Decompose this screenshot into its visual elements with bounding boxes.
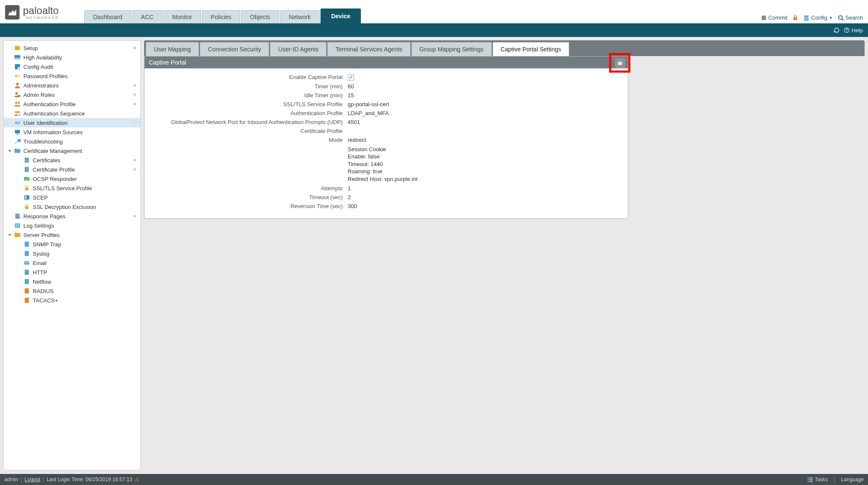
tab-monitor[interactable]: Monitor [163,10,201,23]
radius-icon [23,288,30,294]
search-button[interactable]: Search [838,14,863,21]
server-folder-icon [14,231,21,238]
svg-point-0 [839,15,842,19]
sidebar-item-email[interactable]: Email [4,258,140,268]
svg-rect-32 [24,195,29,200]
svg-rect-53 [808,479,809,480]
sidebar-item-scep[interactable]: SCEP [4,193,140,202]
subtab-group-mapping-settings[interactable]: Group Mapping Settings [411,42,492,56]
sidebar-item-ssl-tls-profile[interactable]: SSL/TLS Service Profile [4,183,140,193]
sidebar-item-ocsp-responder[interactable]: OCSP Responder [4,174,140,183]
sidebar-item-radius[interactable]: RADIUS [4,286,140,296]
config-button[interactable]: Config ▼ [803,14,833,21]
id-card-icon [14,119,21,126]
sidebar-item-certificate-management[interactable]: Certificate Management [4,146,140,155]
tab-device[interactable]: Device [321,8,361,23]
sidebar-item-response-pages[interactable]: Response Pages [4,211,140,221]
main-tab-bar: Dashboard ACC Monitor Policies Objects N… [84,8,362,23]
sidebar: Setup High Availability Config Audit Pas… [3,40,141,471]
users-seq-icon: 123 [14,110,21,117]
sidebar-item-http[interactable]: HTTP [4,268,140,277]
svg-rect-4 [14,58,20,59]
subtab-user-mapping[interactable]: User Mapping [146,42,199,56]
brand-mark-icon [5,5,20,20]
ocsp-icon [23,175,30,182]
last-login-text: Last Login Time: 06/25/2019 18:57:13 [47,477,133,482]
refresh-icon[interactable] [834,27,840,33]
commit-button[interactable]: Commit [761,14,788,21]
svg-rect-45 [24,261,29,265]
sidebar-item-vm-info-sources[interactable]: VM Information Sources [4,127,140,137]
sidebar-item-log-settings[interactable]: Log Settings [4,221,140,230]
tab-policies[interactable]: Policies [202,10,240,23]
lbl-timeout: Timeout (sec) [150,194,348,200]
svg-rect-48 [25,279,29,284]
sidebar-item-config-audit[interactable]: Config Audit [4,62,140,71]
sidebar-item-admin-roles[interactable]: Admin Roles [4,90,140,99]
val-mode: redirect [348,137,366,143]
language-button[interactable]: Language [841,477,864,482]
captive-portal-panel: Captive Portal Enable Captive Portal Tim… [144,56,628,219]
val-session-cookie: Session Cookie Enable: false Timeout: 14… [348,146,417,183]
sidebar-item-ssl-decryption-exclusion[interactable]: SSL Decryption Exclusion [4,202,140,211]
secondary-bar: Help [0,23,868,37]
sidebar-item-administrators[interactable]: Administrators [4,81,140,90]
sidebar-item-password-profiles[interactable]: Password Profiles [4,71,140,81]
sidebar-item-server-profiles[interactable]: Server Profiles [4,230,140,240]
tab-network[interactable]: Network [280,10,320,23]
lbl-gp: GlobalProtect Network Port for Inbound A… [150,119,348,125]
sidebar-item-syslog[interactable]: Syslog [4,249,140,258]
gear-highlight-box [609,53,630,73]
sidebar-item-setup[interactable]: Setup [4,43,140,53]
user-check-icon [14,91,21,98]
sidebar-resize-handle[interactable] [139,256,141,271]
sidebar-item-authentication-sequence[interactable]: 123Authentication Sequence [4,109,140,118]
sidebar-item-certificates[interactable]: Certificates [4,155,140,165]
sidebar-item-certificate-profile[interactable]: Certificate Profile [4,165,140,174]
svg-point-15 [15,111,17,113]
svg-rect-54 [809,479,813,480]
svg-point-16 [18,111,20,113]
sidebar-item-snmp-trap[interactable]: SNMP Trap [4,240,140,249]
panel-title: Captive Portal [149,59,186,66]
val-timeout: 2 [348,194,351,200]
sidebar-item-tacacs[interactable]: TACACS+ [4,296,140,305]
tab-acc[interactable]: ACC [132,10,163,23]
email-icon [23,259,30,266]
lock-icon [792,15,798,21]
sidebar-item-authentication-profile[interactable]: Authentication Profile [4,99,140,109]
brand-subtext: NETWORKS® [23,16,59,20]
svg-rect-56 [809,481,813,482]
server-icon-2 [23,250,30,257]
logout-link[interactable]: Logout [25,477,40,482]
val-timer: 60 [348,83,354,90]
svg-rect-51 [808,477,809,479]
sidebar-item-user-identification[interactable]: User Identification [4,118,140,127]
cert-profile-icon [23,166,30,173]
tab-objects[interactable]: Objects [241,10,279,23]
audit-icon [14,63,21,70]
subtab-captive-portal-settings[interactable]: Captive Portal Settings [493,42,569,56]
svg-rect-42 [14,233,17,234]
svg-rect-52 [809,477,813,479]
svg-rect-44 [25,251,29,256]
help-button[interactable]: Help [844,27,863,34]
lock-button[interactable] [792,15,798,21]
sidebar-item-netflow[interactable]: Netflow [4,277,140,286]
subtab-user-id-agents[interactable]: User-ID Agents [270,42,326,56]
chevron-down-icon: ▼ [829,16,833,20]
lbl-reversion: Reversion Time (sec) [150,203,348,209]
lock-small-icon [23,185,30,192]
panel-header: Captive Portal [145,56,628,68]
sidebar-item-high-availability[interactable]: High Availability [4,53,140,62]
panel-body: Enable Captive Portal Timer (min)60 Idle… [145,68,628,218]
scep-icon [23,194,30,201]
subtab-connection-security[interactable]: Connection Security [200,42,269,56]
tab-dashboard[interactable]: Dashboard [84,10,131,23]
subtab-terminal-services-agents[interactable]: Terminal Services Agents [327,42,410,56]
svg-rect-3 [14,55,20,58]
tasks-button[interactable]: Tasks [807,477,828,482]
sidebar-item-troubleshooting[interactable]: Troubleshooting [4,137,140,146]
svg-rect-25 [14,149,17,150]
brand-logo: paloalto NETWORKS® [5,5,59,20]
